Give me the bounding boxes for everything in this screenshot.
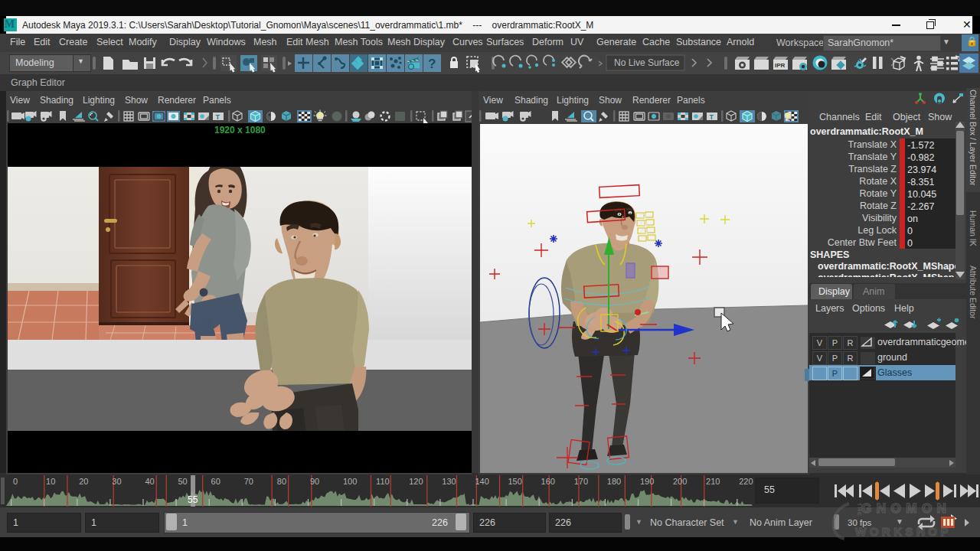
svg-text:10: 10 [46,477,55,486]
svg-text:50: 50 [178,477,188,486]
svg-text:150: 150 [508,477,522,486]
svg-text:220: 220 [739,477,753,486]
svg-text:55: 55 [188,494,198,505]
svg-text:0: 0 [13,477,18,486]
svg-text:?: ? [428,57,436,71]
svg-text:40: 40 [145,477,154,486]
svg-text:100: 100 [343,477,357,486]
svg-text:No Live Surface: No Live Surface [614,57,680,68]
svg-text:1920 x 1080: 1920 x 1080 [214,125,266,135]
svg-text:70: 70 [244,477,253,486]
svg-text:160: 160 [541,477,555,486]
svg-text:130: 130 [442,477,456,486]
svg-text:80: 80 [277,477,286,486]
svg-text:180: 180 [607,477,621,486]
svg-text:T: T [216,113,220,121]
svg-text:30: 30 [112,477,121,486]
svg-text:20: 20 [79,477,88,486]
svg-text:90: 90 [310,477,319,486]
svg-text:190: 190 [640,477,654,486]
svg-text:200: 200 [673,477,687,486]
svg-text:110: 110 [376,477,390,486]
svg-text:140: 140 [475,477,488,486]
svg-text:120: 120 [409,477,423,486]
svg-text:210: 210 [706,477,720,486]
svg-text:60: 60 [211,477,220,486]
svg-text:170: 170 [574,477,588,486]
svg-text:IPR: IPR [775,62,786,69]
svg-text:T: T [710,113,714,121]
